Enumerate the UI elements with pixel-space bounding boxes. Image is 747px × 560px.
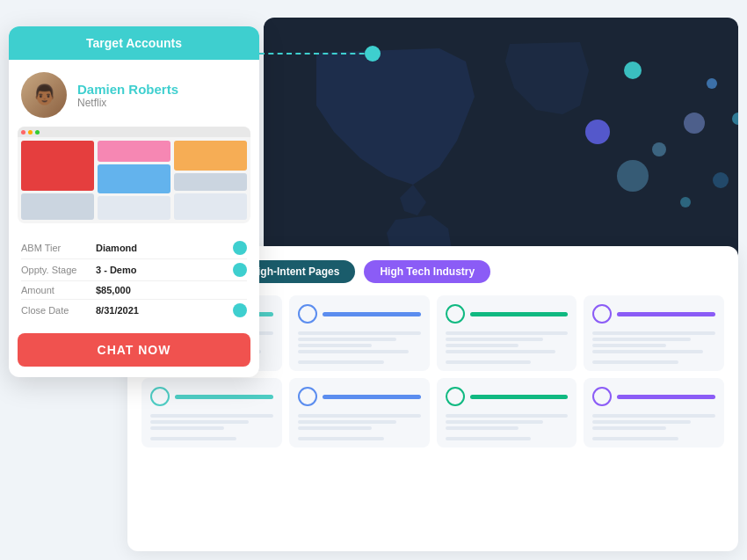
grid-card[interactable] — [584, 378, 724, 447]
badge-high-tech[interactable]: High Tech Industry — [364, 260, 490, 283]
abm-tier-icon — [233, 241, 247, 255]
grid-card[interactable] — [437, 295, 577, 371]
connector-dot — [365, 46, 381, 62]
detail-row-amount: Amount $85,000 — [21, 281, 247, 300]
svg-point-7 — [617, 160, 649, 192]
grid-card[interactable] — [289, 378, 430, 447]
website-preview — [18, 127, 250, 223]
account-card: Target Accounts 👨🏾 Damien Roberts Netfli… — [9, 26, 259, 377]
svg-point-2 — [707, 78, 717, 89]
detail-row-close-date: Close Date 8/31/2021 — [21, 300, 247, 321]
svg-point-4 — [652, 142, 666, 156]
card-header-title: Target Accounts — [86, 36, 182, 50]
svg-point-5 — [684, 113, 705, 134]
grid-card[interactable] — [141, 378, 282, 447]
map-panel — [264, 18, 738, 273]
amount-value: $85,000 — [96, 285, 247, 295]
grid-card[interactable] — [437, 378, 577, 447]
profile-info: Damien Roberts Netflix — [77, 82, 178, 109]
close-date-value: 8/31/2021 — [96, 305, 233, 316]
oppty-icon — [233, 263, 247, 277]
close-date-label: Close Date — [21, 305, 96, 316]
detail-row-abm-tier: ABM Tier Diamond — [21, 237, 247, 259]
svg-point-9 — [680, 197, 691, 207]
abm-tier-value: Diamond — [96, 243, 233, 253]
close-date-icon — [233, 303, 247, 317]
svg-point-3 — [585, 120, 610, 144]
amount-label: Amount — [21, 285, 96, 295]
chat-now-button[interactable]: CHAT NOW — [18, 333, 250, 367]
avatar: 👨🏾 — [21, 72, 67, 118]
card-header: Target Accounts — [9, 26, 259, 60]
card-details: ABM Tier Diamond Oppty. Stage 3 - Demo A… — [9, 232, 259, 326]
preview-bar — [18, 127, 250, 137]
svg-point-8 — [713, 172, 729, 188]
detail-row-oppty: Oppty. Stage 3 - Demo — [21, 259, 247, 281]
grid-card[interactable] — [289, 295, 430, 371]
oppty-label: Oppty. Stage — [21, 265, 96, 275]
grid-card[interactable] — [584, 295, 724, 371]
svg-point-1 — [624, 62, 642, 79]
profile-name: Damien Roberts — [77, 82, 178, 97]
world-map — [264, 18, 738, 273]
preview-content — [18, 137, 250, 223]
abm-tier-label: ABM Tier — [21, 243, 96, 253]
card-profile: 👨🏾 Damien Roberts Netflix — [9, 60, 259, 127]
oppty-value: 3 - Demo — [96, 265, 233, 275]
connector-line — [259, 53, 374, 55]
profile-company: Netflix — [77, 97, 178, 109]
